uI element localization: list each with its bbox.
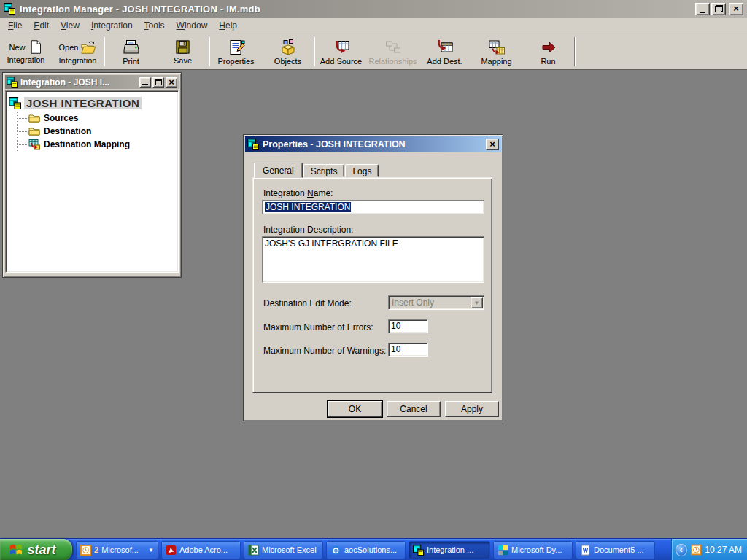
close-icon: ×	[169, 79, 174, 86]
apply-button[interactable]: Apply	[445, 401, 499, 417]
relationships-button: Relationships	[367, 34, 419, 69]
tree-item-destination-mapping[interactable]: Destination Mapping	[18, 138, 175, 151]
tab-logs[interactable]: Logs	[345, 164, 379, 177]
toolbar: New Integration Open Integration Print S…	[0, 34, 747, 70]
child-minimize-button[interactable]	[139, 77, 151, 88]
excel-icon	[248, 545, 259, 556]
ok-button-default-ring: OK	[327, 400, 383, 418]
open-integration-button[interactable]: Open Integration	[52, 34, 104, 69]
objects-button[interactable]: Objects	[262, 34, 314, 69]
dynamics-icon	[498, 545, 508, 556]
main-window-title: Integration Manager - JOSH INTEGRATION -…	[20, 4, 694, 15]
close-button[interactable]: ×	[729, 3, 743, 15]
internet-explorer-icon	[330, 545, 341, 556]
mapping-node-icon	[28, 139, 40, 150]
add-source-icon	[333, 39, 350, 56]
integration-window-title-bar: Integration - JOSH I... ×	[5, 75, 179, 89]
dialog-title: Properties - JOSH INTEGRATION	[263, 139, 484, 149]
task-integration-manager[interactable]: Integration ...	[409, 541, 490, 559]
tree-root-josh-integration[interactable]: JOSH INTEGRATION	[9, 97, 175, 109]
dialog-tabs: General Scripts Logs	[254, 163, 379, 177]
max-warnings-input[interactable]: 10	[388, 343, 428, 357]
integration-description-label: Integration Description:	[263, 225, 353, 235]
properties-button[interactable]: Properties	[210, 34, 262, 69]
menu-integration[interactable]: Integration	[85, 18, 139, 33]
folder-icon	[28, 112, 40, 124]
task-microsoft-excel[interactable]: Microsoft Excel	[244, 541, 323, 559]
menu-view[interactable]: View	[55, 18, 85, 33]
relationships-icon	[384, 39, 402, 56]
toolbar-separator	[574, 37, 576, 66]
tree-item-destination[interactable]: Destination	[18, 125, 175, 138]
save-button[interactable]: Save	[157, 34, 209, 69]
child-maximize-button[interactable]	[152, 77, 164, 88]
restore-button[interactable]	[711, 3, 726, 15]
mapping-icon	[488, 39, 506, 56]
add-source-button[interactable]: Add Source	[315, 34, 367, 69]
tab-general[interactable]: General	[254, 163, 303, 178]
dialog-icon	[247, 139, 259, 150]
task-aocsolutions[interactable]: aocSolutions...	[326, 541, 406, 559]
selected-text: JOSH INTEGRATION	[265, 202, 351, 212]
dialog-close-button[interactable]: ×	[486, 139, 499, 150]
add-dest-button[interactable]: Add Dest.	[419, 34, 471, 69]
print-button[interactable]: Print	[105, 34, 157, 69]
combo-dropdown-icon: ▼	[471, 297, 483, 308]
child-close-button[interactable]: ×	[166, 77, 177, 88]
word-icon	[580, 545, 591, 556]
integration-name-input[interactable]: JOSH INTEGRATION	[262, 200, 484, 214]
run-arrow-icon	[540, 39, 557, 56]
start-button[interactable]: start	[0, 539, 72, 560]
destination-edit-mode-label: Destination Edit Mode:	[263, 298, 352, 308]
minimize-icon	[700, 12, 705, 13]
minimize-icon	[142, 84, 148, 85]
menu-tools[interactable]: Tools	[139, 18, 171, 33]
taskbar: start 2 Microsof... ▼ Adobe Acro... Micr…	[0, 538, 747, 560]
minimize-button[interactable]	[695, 3, 710, 15]
cancel-button[interactable]: Cancel	[387, 401, 441, 417]
windows-flag-icon	[9, 542, 23, 557]
ok-button[interactable]: OK	[328, 401, 382, 417]
menu-help[interactable]: Help	[213, 18, 243, 33]
restore-icon	[715, 5, 723, 12]
new-document-icon	[28, 39, 43, 55]
add-destination-icon	[436, 39, 454, 56]
printer-icon	[123, 39, 140, 56]
run-button[interactable]: Run	[522, 34, 574, 69]
general-tab-page: Integration Name: JOSH INTEGRATION Integ…	[252, 177, 492, 393]
integration-window-title: Integration - JOSH I...	[20, 77, 138, 88]
menu-edit[interactable]: Edit	[28, 18, 55, 33]
task-microsoft-group[interactable]: 2 Microsof... ▼	[76, 541, 158, 559]
integration-window-icon	[7, 77, 18, 88]
desktop: Integration Manager - JOSH INTEGRATION -…	[0, 0, 747, 560]
menu-bar: File Edit View Integration Tools Window …	[0, 18, 747, 34]
objects-box-icon	[279, 39, 297, 56]
integration-window: Integration - JOSH I... × JOSH INTEGRATI…	[2, 72, 182, 278]
integration-icon	[9, 97, 21, 109]
system-tray: ‹ 10:27 AM	[671, 539, 747, 560]
dialog-title-bar: Properties - JOSH INTEGRATION ×	[245, 136, 501, 152]
open-folder-icon	[80, 39, 96, 55]
mapping-button[interactable]: Mapping	[471, 34, 522, 69]
tree-item-sources[interactable]: Sources	[18, 112, 175, 125]
destination-edit-mode-select: Insert Only ▼	[388, 295, 484, 310]
menu-file[interactable]: File	[2, 18, 28, 33]
folder-icon	[28, 125, 40, 137]
taskbar-tasks: 2 Microsof... ▼ Adobe Acro... Microsoft …	[76, 539, 655, 560]
task-microsoft-dynamics[interactable]: Microsoft Dy...	[493, 541, 573, 559]
tray-clock-app-icon[interactable]	[691, 544, 702, 556]
task-adobe-acrobat[interactable]: Adobe Acro...	[161, 541, 241, 559]
menu-window[interactable]: Window	[171, 18, 214, 33]
properties-dialog: Properties - JOSH INTEGRATION × General …	[243, 134, 503, 421]
maximize-icon	[155, 79, 162, 85]
tree-children: Sources Destination Destination Mapping	[17, 112, 175, 151]
integration-description-input[interactable]: JOSH'S GJ INTERGRATION FILE	[262, 236, 484, 283]
max-errors-input[interactable]: 10	[388, 319, 428, 333]
floppy-disk-icon	[174, 39, 191, 55]
tray-chevron-icon[interactable]: ‹	[676, 544, 687, 556]
task-document5[interactable]: Document5 ...	[576, 541, 655, 559]
max-errors-label: Maximum Number of Errors:	[263, 322, 374, 332]
new-integration-button[interactable]: New Integration	[0, 34, 52, 69]
app-icon	[4, 3, 15, 15]
tab-scripts[interactable]: Scripts	[303, 164, 345, 177]
